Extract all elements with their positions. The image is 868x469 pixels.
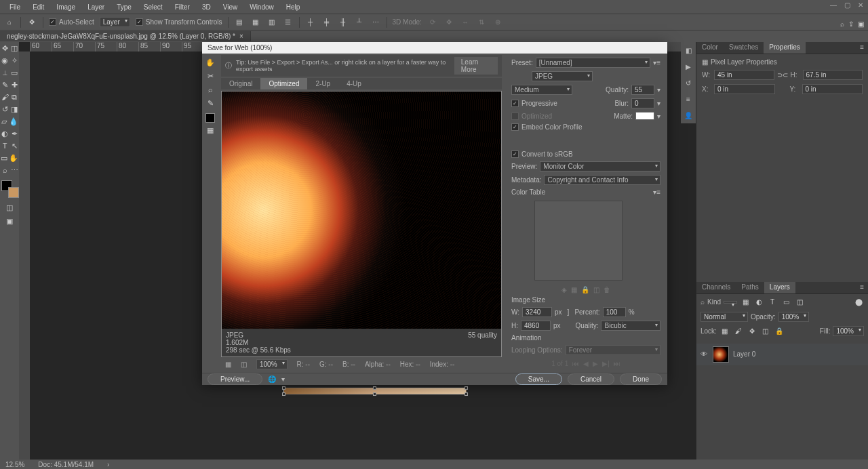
ct-delete-icon[interactable]: 🗑 bbox=[604, 286, 610, 293]
status-zoom[interactable]: 12.5% bbox=[5, 461, 24, 468]
stamp-tool[interactable]: ⧉ bbox=[9, 91, 19, 103]
ct-lock-icon[interactable]: 🔒 bbox=[581, 286, 589, 293]
distribute-bottom-icon[interactable]: ┴ bbox=[354, 17, 365, 28]
document-tab[interactable]: negley-stockman-JeGaW8XqFuE-unsplash.jpg… bbox=[0, 31, 251, 41]
color-table-menu-icon[interactable]: ▾≡ bbox=[653, 188, 660, 196]
crop-tool[interactable]: ⟂ bbox=[0, 66, 9, 79]
preview-select[interactable]: Monitor Color bbox=[540, 161, 660, 171]
zoom-tool[interactable]: ⌕ bbox=[0, 164, 9, 176]
menu-window[interactable]: Window bbox=[244, 2, 279, 12]
convert-srgb-checkbox[interactable]: Convert to sRGB bbox=[511, 150, 573, 158]
tab-4up[interactable]: 4-Up bbox=[338, 78, 370, 89]
resample-select[interactable]: Bicubic bbox=[601, 321, 660, 331]
filter-shape-icon[interactable]: ▭ bbox=[781, 297, 791, 308]
filter-type-icon[interactable]: T bbox=[767, 297, 778, 308]
menu-layer[interactable]: Layer bbox=[82, 2, 110, 12]
dlg-zoom-tool[interactable]: ⌕ bbox=[202, 83, 218, 96]
dlg-slice-tool[interactable]: ✂ bbox=[202, 70, 218, 82]
frame-tool[interactable]: ▭ bbox=[9, 66, 19, 79]
menu-image[interactable]: Image bbox=[51, 2, 81, 12]
dlg-color-swatch[interactable] bbox=[205, 113, 215, 123]
type-tool[interactable]: T bbox=[0, 140, 9, 152]
dock-icon-2[interactable]: ▶ bbox=[683, 61, 694, 72]
ct-snap-icon[interactable]: ◈ bbox=[561, 286, 567, 293]
align-more-icon[interactable]: ☰ bbox=[283, 17, 294, 28]
embed-profile-checkbox[interactable]: Embed Color Profile bbox=[511, 123, 582, 131]
move-tool[interactable]: ✥ bbox=[0, 42, 9, 54]
layer-name[interactable]: Layer 0 bbox=[733, 350, 755, 358]
lock-pixels-icon[interactable]: 🖌 bbox=[733, 326, 744, 337]
blend-mode[interactable]: Normal bbox=[701, 312, 748, 322]
browser-arrow-icon[interactable]: ▾ bbox=[281, 375, 285, 383]
gradient-tool[interactable]: ▱ bbox=[0, 115, 8, 127]
show-transform-checkbox[interactable]: Show Transform Controls bbox=[136, 18, 222, 26]
slice-icon[interactable]: ◫ bbox=[241, 361, 247, 368]
menu-type[interactable]: Type bbox=[111, 2, 137, 12]
dock-icon-3[interactable]: ↺ bbox=[683, 77, 694, 88]
menu-3d[interactable]: 3D bbox=[197, 2, 216, 12]
tab-properties[interactable]: Properties bbox=[764, 42, 806, 54]
prop-x[interactable]: 0 in bbox=[714, 84, 775, 94]
move-tool-icon[interactable]: ✥ bbox=[26, 17, 37, 28]
share-icon[interactable]: ⇪ bbox=[848, 20, 854, 28]
tab-close-icon[interactable]: × bbox=[239, 33, 243, 40]
link-icon[interactable]: ⊃⊂ bbox=[777, 71, 788, 79]
dodge-tool[interactable]: ◐ bbox=[0, 127, 9, 140]
menu-filter[interactable]: Filter bbox=[170, 2, 195, 12]
filter-pixel-icon[interactable]: ▦ bbox=[740, 297, 751, 308]
color-swatches[interactable] bbox=[0, 179, 19, 198]
close-icon[interactable]: ✕ bbox=[856, 1, 865, 9]
color-table[interactable] bbox=[534, 201, 623, 281]
matte-arrow-icon[interactable]: ▾ bbox=[657, 113, 660, 120]
compression-select[interactable]: Medium bbox=[511, 85, 572, 95]
zoom-select[interactable]: 100% bbox=[256, 359, 288, 369]
height-input[interactable]: 4860 bbox=[521, 321, 551, 331]
dlg-hand-tool[interactable]: ✋ bbox=[202, 56, 218, 68]
extra-tool[interactable]: ⋯ bbox=[9, 164, 19, 176]
blur-input[interactable]: 0 bbox=[631, 98, 654, 108]
status-arrow-icon[interactable]: › bbox=[107, 461, 109, 468]
dock-icon-5[interactable]: 👤 bbox=[683, 110, 694, 121]
menu-help[interactable]: Help bbox=[281, 2, 306, 12]
auto-select-checkbox[interactable]: Auto-Select bbox=[49, 18, 94, 26]
quality-arrow-icon[interactable]: ▾ bbox=[657, 86, 660, 94]
distribute-h-icon[interactable]: ╫ bbox=[338, 17, 349, 28]
metadata-select[interactable]: Copyright and Contact Info bbox=[544, 175, 660, 185]
prop-height[interactable]: 67.5 in bbox=[803, 70, 863, 80]
tab-original[interactable]: Original bbox=[221, 78, 260, 89]
matte-color[interactable] bbox=[635, 112, 654, 120]
percent-input[interactable]: 100 bbox=[603, 307, 626, 317]
filter-toggle-icon[interactable]: ⬤ bbox=[853, 297, 864, 308]
preview-image[interactable] bbox=[222, 91, 501, 329]
prop-y[interactable]: 0 in bbox=[802, 84, 863, 94]
menu-edit[interactable]: Edit bbox=[27, 2, 50, 12]
tab-2up[interactable]: 2-Up bbox=[307, 78, 338, 89]
layer-thumbnail[interactable] bbox=[713, 346, 729, 363]
lock-position-icon[interactable]: ✥ bbox=[747, 326, 757, 337]
menu-select[interactable]: Select bbox=[138, 2, 168, 12]
done-button[interactable]: Done bbox=[620, 373, 662, 385]
lasso-tool[interactable]: ◉ bbox=[0, 54, 9, 66]
eraser-tool[interactable]: ◨ bbox=[9, 103, 19, 115]
dock-icon-1[interactable]: ◧ bbox=[683, 45, 694, 56]
filter-adjust-icon[interactable]: ◐ bbox=[753, 297, 764, 308]
rectangle-tool[interactable]: ▭ bbox=[0, 152, 8, 164]
auto-select-target[interactable]: Layer bbox=[100, 17, 130, 27]
lock-all-icon[interactable]: 🔒 bbox=[774, 326, 785, 337]
progressive-checkbox[interactable]: Progressive bbox=[511, 100, 557, 107]
lock-artboard-icon[interactable]: ◫ bbox=[760, 326, 771, 337]
preset-menu-icon[interactable]: ▾≡ bbox=[653, 59, 660, 66]
fill-input[interactable]: 100% bbox=[833, 326, 864, 336]
maximize-icon[interactable]: ▢ bbox=[842, 1, 852, 9]
pen-tool[interactable]: ✒ bbox=[9, 127, 19, 140]
opacity-input[interactable]: 100% bbox=[778, 312, 810, 322]
browser-icon[interactable]: 🌐 bbox=[268, 375, 276, 383]
heal-tool[interactable]: ✚ bbox=[9, 79, 19, 91]
status-doc[interactable]: Doc: 45.1M/54.1M bbox=[38, 461, 94, 468]
hand-tool[interactable]: ✋ bbox=[8, 152, 19, 164]
tab-swatches[interactable]: Swatches bbox=[724, 42, 764, 54]
tab-layers[interactable]: Layers bbox=[764, 282, 795, 293]
filter-smart-icon[interactable]: ◫ bbox=[794, 297, 805, 308]
layers-menu-icon[interactable]: ≡ bbox=[856, 282, 868, 293]
dock-icon-4[interactable]: ≡ bbox=[683, 94, 694, 104]
